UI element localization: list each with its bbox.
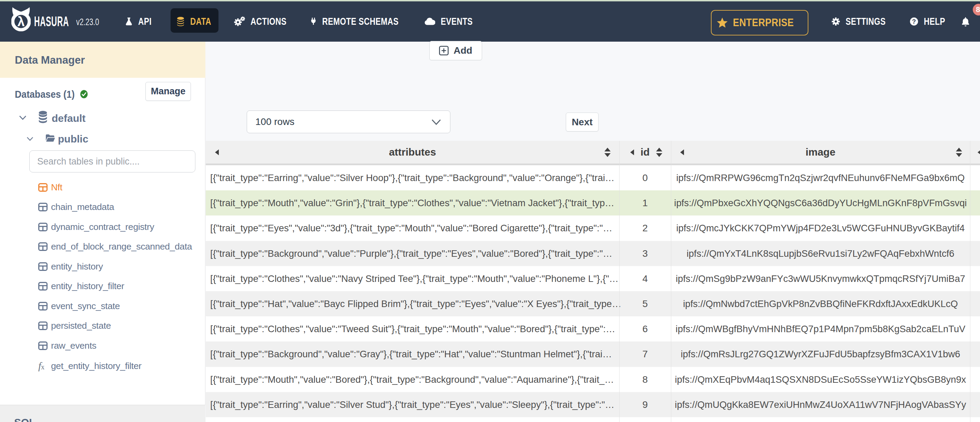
svg-text:λ: λ [17, 14, 24, 29]
svg-text:?: ? [912, 18, 916, 25]
